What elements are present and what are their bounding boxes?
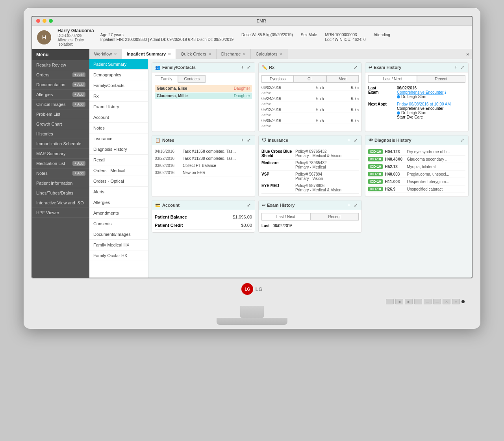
nav-diagnosis-history[interactable]: Diagnosis History [89, 144, 148, 155]
ctrl-btn-4[interactable] [414, 299, 422, 304]
nav-rx[interactable]: Rx [89, 91, 148, 102]
last-exam-type-link[interactable]: Comprehensive Encounter [397, 90, 443, 94]
tabs-nav[interactable]: » [464, 51, 472, 57]
rx-tab-cl[interactable]: CL [294, 75, 326, 83]
rx-tab-eyeglass[interactable]: Eyeglass [261, 75, 294, 83]
nav-orders-optical[interactable]: Orders - Optical [89, 176, 148, 187]
nav-consents[interactable]: Consents [89, 219, 148, 229]
sidebar-item-hpf[interactable]: HPF Viewer [32, 208, 89, 218]
nav-account[interactable]: Account [89, 112, 148, 123]
family-tab-family[interactable]: Family [155, 75, 178, 83]
sidebar-item-allergies[interactable]: Allergies+ Add [32, 90, 89, 100]
insurance-expand-btn[interactable]: ⤢ [353, 137, 358, 143]
nav-alerts[interactable]: Alerts [89, 187, 148, 197]
tab-calculators-close[interactable]: ✕ [279, 52, 282, 56]
sidebar-item-histories[interactable]: Histories [32, 129, 89, 139]
ctrl-btn-1[interactable] [386, 299, 394, 304]
notes-expand-btn[interactable]: ⤢ [246, 137, 252, 143]
nav-amendments[interactable]: Amendments [89, 208, 148, 219]
ctrl-btn-8[interactable]: ○ [452, 299, 460, 304]
nav-notes[interactable]: Notes [89, 123, 148, 133]
sidebar-item-mar[interactable]: MAR Summary [32, 149, 89, 159]
family-row-1[interactable]: Glaucoma, Millie Daughter [155, 93, 252, 99]
exam-history-top-widget: ↩ Exam History + ⤢ Last / Next [365, 62, 469, 132]
exam-top-tab-recent[interactable]: Recent [417, 75, 466, 83]
rx-expand-btn[interactable]: ⤢ [353, 65, 358, 70]
diagnosis-expand-btn[interactable]: ⤢ [460, 137, 465, 143]
exam-top-tab-last-next[interactable]: Last / Next [368, 75, 417, 83]
exam-history-top-expand-btn[interactable]: ⤢ [460, 65, 465, 70]
last-exam-doc-dot [397, 95, 400, 98]
exam-history-bottom-icon: ↩ [262, 203, 265, 208]
exam-bottom-tab-recent[interactable]: Recent [310, 213, 359, 220]
insurance-add-btn[interactable]: + [347, 137, 351, 143]
sidebar-item-interactive[interactable]: Interactive View and I&O [32, 198, 89, 208]
notes-add-button[interactable]: + Add [72, 171, 85, 176]
tab-quick-orders[interactable]: Quick Orders ✕ [176, 49, 217, 59]
ctrl-btn-3[interactable]: ▶ [405, 299, 413, 304]
nav-documents[interactable]: Documents/Images [89, 229, 148, 240]
maximize-dot[interactable] [49, 19, 53, 23]
tab-workflow-close[interactable]: ✕ [114, 52, 117, 56]
nav-family-ocular[interactable]: Family Ocular HX [89, 250, 148, 261]
tab-calculators[interactable]: Calculators ✕ [251, 49, 287, 59]
tab-workflow[interactable]: Workflow ✕ [89, 49, 122, 59]
nav-recall[interactable]: Recall [89, 155, 148, 165]
tab-quick-orders-close[interactable]: ✕ [208, 52, 211, 56]
sidebar-item-immunization[interactable]: Immunization Schedule [32, 139, 89, 149]
nav-family-medical[interactable]: Family Medical HX [89, 240, 148, 250]
lg-logo: LG [241, 283, 253, 295]
orders-add-button[interactable]: + Add [72, 72, 85, 77]
clinical-images-add-button[interactable]: + Add [72, 102, 85, 107]
patient-dob: DOB:93/07/28 [57, 33, 94, 38]
nav-family-contacts[interactable]: Family/Contacts [89, 80, 148, 91]
ctrl-btn-5[interactable]: — [424, 299, 432, 304]
next-appt-date-link[interactable]: Friday 06/03/2016 at 10:00 AM [397, 102, 451, 106]
account-expand-btn[interactable]: ⤢ [246, 202, 252, 208]
sidebar-item-problem-list[interactable]: Problem List [32, 109, 89, 119]
close-dot[interactable] [36, 19, 40, 23]
documentation-add-button[interactable]: + Add [72, 82, 85, 87]
nav-patient-summary[interactable]: Patient Summary [89, 59, 148, 70]
ctrl-btn-6[interactable]: — [433, 299, 441, 304]
sidebar-item-notes[interactable]: Notes+ Add [32, 169, 89, 178]
exam-history-top-actions: + ⤢ [454, 65, 465, 70]
nav-demographics[interactable]: Demographics [89, 70, 148, 80]
nav-insurance[interactable]: Insurance [89, 133, 148, 144]
sidebar-item-clinical-images[interactable]: Clinical Images+ Add [32, 100, 89, 109]
sidebar-item-growth-chart[interactable]: Growth Chart [32, 119, 89, 129]
next-appt-label: Next Appt [368, 102, 394, 119]
exam-history-bottom-expand-btn[interactable]: ⤢ [353, 202, 358, 208]
family-tab-contacts[interactable]: Contacts [178, 75, 205, 83]
exam-history-bottom-add-btn[interactable]: + [347, 202, 351, 208]
medication-add-button[interactable]: + Add [72, 161, 85, 166]
exam-bottom-tab-bar: Last / Next Recent [261, 213, 359, 220]
family-contacts-expand-btn[interactable]: ⤢ [246, 65, 252, 70]
notes-row-1: 03/22/2016 Task #11289 completed. Tas... [155, 155, 252, 162]
sidebar-item-results-review[interactable]: Results Review [32, 60, 89, 70]
allergies-add-button[interactable]: + Add [72, 92, 85, 97]
family-contacts-title: 👥 Family/Contacts [155, 65, 196, 70]
exam-history-top-add-btn[interactable]: + [454, 65, 458, 70]
ctrl-btn-7[interactable]: △ [443, 299, 450, 304]
nav-orders-medical[interactable]: Orders - Medical [89, 165, 148, 176]
tab-inpatient-close[interactable]: ✕ [168, 52, 171, 56]
sidebar-item-orders[interactable]: Orders+ Add [32, 70, 89, 80]
sidebar-item-patient-info[interactable]: Patient Information [32, 178, 89, 188]
rx-tab-med[interactable]: Med [326, 75, 359, 83]
nav-exam-history[interactable]: Exam History [89, 102, 148, 112]
tab-discharge-close[interactable]: ✕ [243, 52, 246, 56]
exam-bottom-tab-last-next[interactable]: Last / Next [261, 213, 310, 220]
tab-discharge[interactable]: Discharge ✕ [217, 49, 251, 59]
sidebar-item-documentation[interactable]: Documentation+ Add [32, 80, 89, 90]
notes-row-3: 03/02/2016 New on EHR [155, 169, 252, 176]
minimize-dot[interactable] [43, 19, 46, 23]
sidebar-item-medication[interactable]: Medication List+ Add [32, 159, 89, 169]
notes-add-btn[interactable]: + [240, 137, 245, 143]
family-contacts-add-btn[interactable]: + [240, 65, 245, 70]
nav-allergies[interactable]: Allergies [89, 197, 148, 208]
family-row-0[interactable]: Glaucoma, Elise Daughter [155, 85, 252, 92]
sidebar-item-lines[interactable]: Lines/Tubes/Drains [32, 188, 89, 198]
tab-inpatient-summary[interactable]: Inpatient Summary ✕ [122, 49, 176, 59]
ctrl-btn-2[interactable]: ◀ [395, 299, 403, 304]
